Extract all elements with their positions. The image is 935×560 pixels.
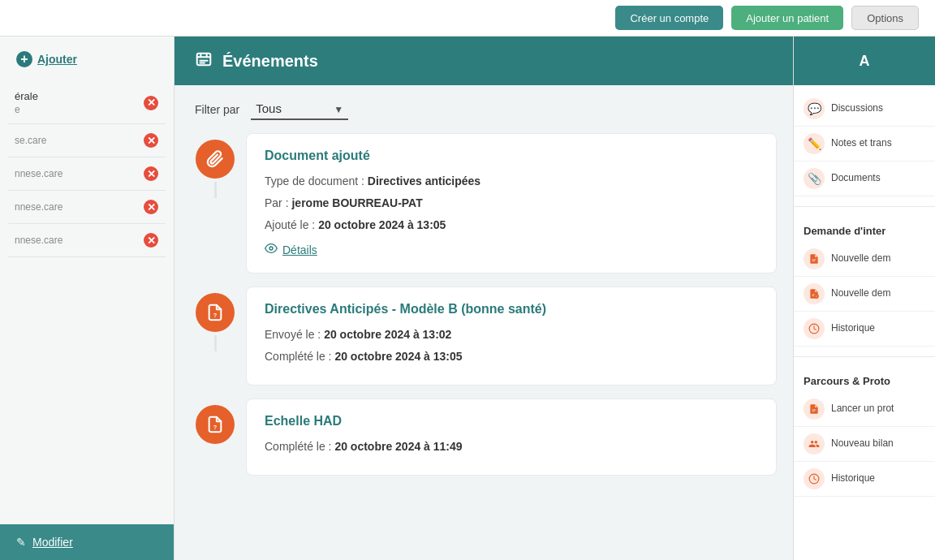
item-sub: nnese.care — [15, 235, 62, 246]
right-divider-2 — [794, 356, 935, 357]
remove-button[interactable]: ✕ — [143, 132, 159, 149]
right-item-nouveau-bilan[interactable]: Nouveau bilan — [794, 427, 935, 462]
event-card-row: Par : jerome BOURREAU-PAT — [265, 195, 758, 212]
svg-text:?: ? — [213, 312, 218, 319]
lancer-prot-label: Lancer un prot — [831, 403, 894, 416]
edit-icon: ✎ — [16, 536, 26, 549]
left-sidebar: + Ajouter érale e ✕ se.care ✕ — [0, 37, 175, 560]
right-sidebar-header: A — [794, 37, 935, 85]
parcours-section-title: Parcours & Proto — [794, 367, 935, 392]
historique-1-icon — [804, 318, 825, 339]
event-card-row: Type de document : Directives anticipées — [265, 173, 758, 190]
list-item[interactable]: nnese.care ✕ — [8, 191, 166, 224]
historique-2-label: Historique — [831, 472, 875, 485]
nouveau-bilan-label: Nouveau bilan — [831, 437, 894, 450]
item-sub: se.care — [15, 135, 46, 146]
events-list: Document ajouté Type de document : Direc… — [175, 133, 793, 560]
documents-label: Documents — [831, 172, 881, 185]
remove-icon: ✕ — [144, 233, 158, 248]
event-card: Echelle HAD Complété le : 20 octobre 202… — [246, 398, 777, 476]
modify-label: Modifier — [32, 536, 73, 549]
timeline-container: Document ajouté Type de document : Direc… — [191, 133, 777, 489]
right-item-historique-1[interactable]: Historique — [794, 312, 935, 347]
events-panel: Événements Filter par Tous Documents Not… — [175, 37, 793, 560]
details-link[interactable]: Détails — [265, 242, 758, 258]
filter-label: Filter par — [195, 103, 239, 116]
right-sidebar: A 💬 Discussions ✏️ Notes et trans 📎 Docu… — [793, 37, 935, 560]
discussions-icon: 💬 — [804, 98, 825, 119]
right-divider — [794, 206, 935, 207]
create-account-button[interactable]: Créer un compte — [615, 6, 723, 30]
list-item[interactable]: se.care ✕ — [8, 124, 166, 157]
event-icon-echelle: ? — [196, 405, 235, 444]
historique-1-label: Historique — [831, 322, 875, 335]
event-card-title: Document ajouté — [265, 149, 758, 163]
item-sub: e — [15, 104, 38, 115]
eye-icon — [265, 242, 278, 258]
event-card-row: Complété le : 20 octobre 2024 à 11:49 — [265, 438, 758, 455]
documents-icon: 📎 — [804, 168, 825, 189]
add-button[interactable]: + Ajouter — [0, 37, 174, 82]
options-button[interactable]: Options — [851, 6, 919, 30]
demandes-section-title: Demande d'inter — [794, 217, 935, 242]
add-patient-button[interactable]: Ajouter un patient — [731, 6, 843, 30]
item-sub: nnese.care — [15, 168, 62, 179]
right-section-main: 💬 Discussions ✏️ Notes et trans 📎 Docume… — [794, 85, 935, 203]
right-item-discussions[interactable]: 💬 Discussions — [794, 92, 935, 127]
timeline-item: ? Directives Anticipés - Modèle B (bonne… — [191, 286, 777, 386]
list-item[interactable]: nnese.care ✕ — [8, 157, 166, 191]
event-icon-doc-question: ? — [196, 293, 235, 332]
item-sub: nnese.care — [15, 201, 62, 213]
timeline-item: ? Echelle HAD Complété le : 20 octobre 2… — [191, 398, 777, 476]
right-item-notes[interactable]: ✏️ Notes et trans — [794, 127, 935, 162]
historique-2-icon — [804, 468, 825, 489]
timeline-line — [214, 182, 217, 198]
events-header-icon — [195, 50, 213, 72]
lancer-prot-icon — [804, 398, 825, 420]
notes-label: Notes et trans — [831, 137, 892, 150]
nouveau-bilan-icon — [804, 433, 825, 454]
details-label: Détails — [282, 243, 317, 256]
right-item-historique-2[interactable]: Historique — [794, 462, 935, 497]
right-header-title: A — [860, 53, 870, 70]
item-name: érale — [15, 90, 38, 102]
event-card-title: Directives Anticipés - Modèle B (bonne s… — [265, 302, 758, 317]
right-section-demandes: Demande d'inter Nouvelle dem ! Nouvelle … — [794, 210, 935, 353]
event-card-row: Complété le : 20 octobre 2024 à 13:05 — [265, 348, 758, 365]
event-card-title: Echelle HAD — [265, 414, 758, 429]
main-layout: + Ajouter érale e ✕ se.care ✕ — [0, 37, 935, 560]
event-icon-paperclip — [196, 140, 235, 179]
events-header: Événements — [175, 37, 793, 85]
remove-button[interactable]: ✕ — [143, 232, 159, 248]
event-card-row: Ajouté le : 20 octobre 2024 à 13:05 — [265, 217, 758, 234]
event-card: Document ajouté Type de document : Direc… — [246, 133, 777, 274]
right-item-documents[interactable]: 📎 Documents — [794, 162, 935, 196]
remove-button[interactable]: ✕ — [143, 166, 159, 182]
right-item-nouvelle-dem-1[interactable]: Nouvelle dem — [794, 242, 935, 277]
notes-icon: ✏️ — [804, 133, 825, 154]
events-title: Événements — [222, 52, 318, 71]
remove-button[interactable]: ✕ — [143, 95, 159, 111]
remove-icon: ✕ — [144, 96, 158, 110]
remove-button[interactable]: ✕ — [143, 199, 159, 215]
right-item-nouvelle-dem-2[interactable]: ! Nouvelle dem — [794, 277, 935, 312]
svg-text:?: ? — [213, 424, 218, 431]
nouvelle-dem-2-icon: ! — [804, 283, 825, 304]
remove-icon: ✕ — [144, 133, 158, 148]
filter-select-wrapper: Tous Documents Notes Discussions ▼ — [251, 98, 348, 120]
list-item[interactable]: nnese.care ✕ — [8, 224, 166, 257]
timeline-item: Document ajouté Type de document : Direc… — [191, 133, 777, 274]
nouvelle-dem-1-label: Nouvelle dem — [831, 252, 890, 265]
right-item-lancer-prot[interactable]: Lancer un prot — [794, 392, 935, 427]
event-card-row: Envoyé le : 20 octobre 2024 à 13:02 — [265, 326, 758, 343]
add-label: Ajouter — [37, 53, 77, 66]
sidebar-list: érale e ✕ se.care ✕ nnese.care — [0, 82, 174, 524]
event-card: Directives Anticipés - Modèle B (bonne s… — [246, 286, 777, 386]
modify-footer[interactable]: ✎ Modifier — [0, 524, 174, 560]
nouvelle-dem-1-icon — [804, 248, 825, 269]
list-item[interactable]: érale e ✕ — [8, 82, 166, 124]
svg-point-6 — [269, 247, 273, 250]
remove-icon: ✕ — [144, 200, 158, 214]
right-section-parcours: Parcours & Proto Lancer un prot Nouveau … — [794, 360, 935, 503]
filter-select[interactable]: Tous Documents Notes Discussions — [251, 98, 348, 120]
